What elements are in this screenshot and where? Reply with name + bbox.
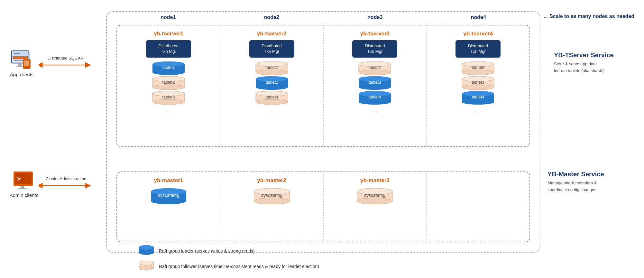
- legend-leader: Raft group leader (serves writes & stron…: [138, 245, 319, 257]
- svg-rect-17: [18, 188, 27, 189]
- legend-leader-icon: [138, 245, 154, 257]
- svg-text:tablet4: tablet4: [265, 95, 278, 99]
- legend-follower-icon: [138, 261, 154, 272]
- svg-point-44: [256, 70, 288, 75]
- master-service-block: YB-Master Service Manage shard metadata …: [547, 171, 638, 193]
- svg-point-122: [139, 266, 154, 270]
- tserver1-name: yb-tserver1: [154, 31, 183, 37]
- node2-header: node2: [220, 14, 324, 20]
- t2-tablet1-follower: tablet1: [254, 61, 290, 75]
- svg-text:tablet2: tablet2: [472, 65, 484, 70]
- txn-mgr2: DistributedTxn Mgr: [249, 40, 294, 58]
- txn-mgr3: DistributedTxn Mgr: [352, 40, 397, 58]
- tserver2-name: yb-tserver2: [257, 31, 287, 37]
- svg-text:syscatalog: syscatalog: [158, 193, 179, 198]
- svg-text:tablet2: tablet2: [162, 80, 175, 85]
- tablet3-follower: tablet3: [151, 91, 186, 105]
- svg-point-92: [462, 99, 494, 105]
- admin-client-block: > Admin clients: [10, 171, 38, 198]
- tserver2-tablets: tablet1 tablet2: [253, 61, 291, 114]
- svg-text:tablet3: tablet3: [472, 80, 484, 85]
- cluster-outer-box: node1 node2 node3 node4 yb-tserver1 Dist…: [106, 11, 540, 253]
- legend-leader-label: Raft group leader (serves writes & stron…: [159, 248, 255, 254]
- legend-section: Raft group leader (serves writes & stron…: [138, 245, 319, 272]
- admin-arrow-label: Cluster Administration: [46, 176, 86, 181]
- svg-rect-8: [24, 60, 29, 66]
- syscatalog3-follower: syscatalog: [355, 188, 394, 204]
- svg-text:tablet1: tablet1: [369, 65, 381, 70]
- node1-header: node1: [116, 14, 220, 20]
- svg-point-49: [256, 85, 288, 90]
- syscatalog2-follower: syscatalog: [253, 188, 291, 204]
- txn-mgr4: DistributedTxn Mgr: [455, 40, 501, 58]
- svg-point-30: [152, 85, 185, 90]
- svg-point-117: [139, 245, 154, 250]
- admin-arrow-section: Cluster Administration: [39, 176, 93, 189]
- svg-text:>: >: [17, 175, 21, 182]
- t3-tablet3-leader: tablet3: [357, 76, 392, 90]
- tserver2-dots: ...: [268, 107, 276, 114]
- tablet2-follower: tablet2: [151, 76, 186, 90]
- svg-point-68: [359, 85, 391, 90]
- master2-name: yb-master2: [257, 177, 286, 184]
- svg-text:tablet4: tablet4: [369, 95, 381, 99]
- svg-point-63: [359, 70, 391, 75]
- tserver1-col: yb-tserver1 DistributedTxn Mgr tablet1: [117, 25, 220, 146]
- admin-client-icon: >: [12, 171, 36, 190]
- app-client-block: App clients: [10, 50, 34, 77]
- tserver4-col: yb-tserver4 DistributedTxn Mgr tablet2: [427, 25, 529, 146]
- svg-rect-6: [16, 66, 24, 67]
- svg-rect-3: [14, 53, 20, 54]
- diagram-container: ... Scale to as many nodes as needed App…: [0, 0, 644, 278]
- tserver4-dots: ...: [474, 107, 482, 114]
- txn-mgr1: DistributedTxn Mgr: [146, 40, 191, 58]
- app-client-label: App clients: [10, 72, 33, 77]
- tserver3-tablets: tablet1 tablet3: [355, 61, 394, 114]
- svg-text:tablet1: tablet1: [265, 65, 278, 70]
- t3-tablet4-leader: tablet4: [357, 91, 392, 105]
- admin-arrow: [39, 182, 93, 189]
- tserver2-col: yb-tserver2 DistributedTxn Mgr tablet1: [220, 25, 324, 146]
- master-section: yb-master1 syscatalog yb-master2: [116, 171, 530, 242]
- svg-point-23: [152, 70, 185, 75]
- tserver4-tablets: tablet2 tablet3: [459, 61, 497, 114]
- master-service-desc: Manage shard metadata &coordinate config…: [547, 180, 638, 193]
- svg-text:syscatalog: syscatalog: [261, 193, 282, 198]
- tserver1-dots: ...: [165, 107, 172, 114]
- t2-tablet2-leader: tablet2: [254, 76, 290, 90]
- tablet1-leader: tablet1: [151, 61, 186, 75]
- master3-name: yb-master3: [360, 177, 390, 184]
- svg-point-56: [256, 99, 288, 105]
- svg-text:tablet2: tablet2: [265, 80, 278, 85]
- t4-tablet4-leader: tablet4: [460, 91, 496, 105]
- node-headers: node1 node2 node3 node4: [116, 14, 530, 20]
- legend-follower: Raft group follower (serves timeline-con…: [138, 261, 319, 272]
- node4-header: node4: [427, 14, 530, 20]
- svg-text:tablet1: tablet1: [162, 65, 175, 70]
- t3-tablet1-follower: tablet1: [357, 61, 392, 75]
- master1-col: yb-master1 syscatalog: [117, 172, 220, 242]
- svg-point-37: [152, 99, 185, 105]
- svg-point-87: [462, 85, 494, 90]
- svg-text:syscatalog: syscatalog: [364, 193, 385, 198]
- master2-col: yb-master2 syscatalog: [220, 172, 324, 242]
- tserver3-dots: ...: [371, 107, 379, 114]
- syscatalog1-leader: syscatalog: [149, 188, 188, 204]
- svg-text:tablet3: tablet3: [162, 95, 175, 99]
- svg-rect-16: [21, 186, 24, 188]
- admin-client-label: Admin clients: [10, 192, 38, 198]
- tserver4-name: yb-tserver4: [463, 31, 493, 37]
- master3-col: yb-master3 syscatalog: [324, 172, 427, 242]
- tserver3-col: yb-tserver3 DistributedTxn Mgr tablet1: [324, 25, 427, 146]
- svg-point-73: [359, 99, 391, 105]
- svg-rect-2: [13, 56, 28, 59]
- tserver3-name: yb-tserver3: [360, 31, 390, 37]
- master4-empty-col: [427, 172, 529, 242]
- scale-label: ... Scale to as many nodes as needed: [544, 14, 634, 19]
- svg-point-111: [357, 198, 392, 204]
- svg-point-80: [462, 70, 494, 75]
- tserver-service-title: YB-TServer Service: [554, 51, 638, 59]
- svg-point-97: [151, 198, 186, 204]
- svg-point-116: [139, 250, 154, 255]
- svg-text:tablet3: tablet3: [369, 80, 381, 85]
